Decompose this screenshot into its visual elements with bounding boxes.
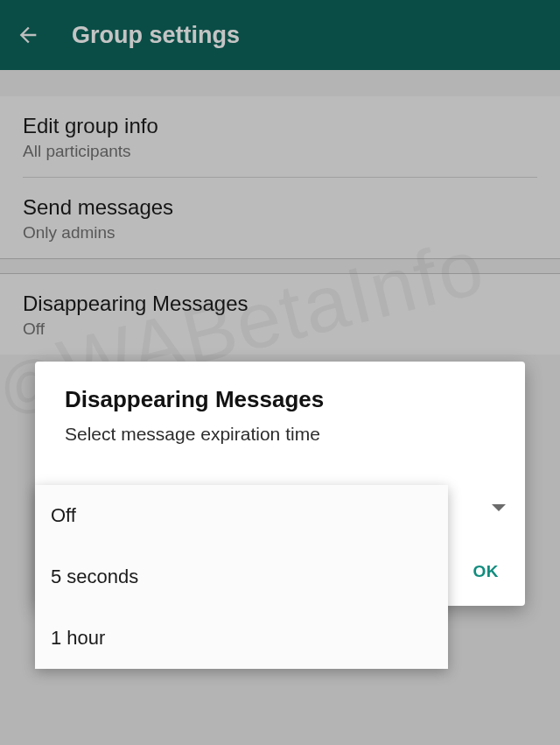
setting-disappearing-messages[interactable]: Disappearing Messages Off xyxy=(0,274,560,355)
settings-group-disappearing: Disappearing Messages Off xyxy=(0,274,560,355)
setting-edit-group-info[interactable]: Edit group info All participants xyxy=(0,96,560,177)
back-arrow-icon[interactable] xyxy=(16,23,40,47)
setting-title: Disappearing Messages xyxy=(23,292,537,316)
dropdown-option-off[interactable]: Off xyxy=(35,485,448,546)
setting-subtitle: Off xyxy=(23,320,537,339)
setting-title: Edit group info xyxy=(23,114,537,138)
ok-button[interactable]: OK xyxy=(465,555,508,588)
app-bar: Group settings xyxy=(0,0,560,70)
dialog-title: Disappearing Messages xyxy=(35,386,525,413)
page-title: Group settings xyxy=(72,22,240,49)
setting-subtitle: Only admins xyxy=(23,223,537,242)
dialog-subtitle: Select message expiration time xyxy=(35,424,525,445)
settings-group-main: Edit group info All participants Send me… xyxy=(0,96,560,258)
expiration-dropdown: Off 5 seconds 1 hour xyxy=(35,485,448,669)
setting-title: Send messages xyxy=(23,195,537,220)
settings-content: Edit group info All participants Send me… xyxy=(0,70,560,355)
section-gap xyxy=(0,258,560,274)
dropdown-option-1-hour[interactable]: 1 hour xyxy=(35,608,448,669)
chevron-down-icon xyxy=(492,504,506,511)
setting-subtitle: All participants xyxy=(23,142,537,161)
dropdown-option-5-seconds[interactable]: 5 seconds xyxy=(35,546,448,608)
setting-send-messages[interactable]: Send messages Only admins xyxy=(0,178,560,258)
